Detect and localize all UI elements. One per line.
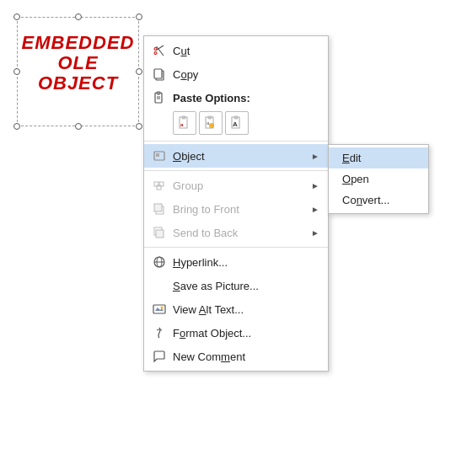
submenu-open[interactable]: Open xyxy=(329,168,428,190)
object-arrow: ► xyxy=(311,152,319,161)
context-menu: Cut Copy Paste Options: xyxy=(143,35,329,372)
handle-bl[interactable] xyxy=(13,123,20,130)
menu-item-copy[interactable]: Copy xyxy=(144,62,328,86)
alt-text-icon xyxy=(151,301,168,318)
submenu-edit[interactable]: Edit xyxy=(329,147,428,168)
svg-text:A: A xyxy=(233,120,238,128)
svg-rect-22 xyxy=(154,204,162,211)
separator-1 xyxy=(144,141,328,142)
menu-item-save-picture[interactable]: Save as Picture... xyxy=(144,274,328,297)
handle-br[interactable] xyxy=(136,123,142,130)
svg-point-29 xyxy=(161,307,164,309)
handle-tm[interactable] xyxy=(75,13,82,20)
submenu-convert[interactable]: Convert... xyxy=(329,190,428,211)
paste-icon-3[interactable]: A xyxy=(225,111,249,135)
menu-item-alt-text[interactable]: View Alt Text... xyxy=(144,297,328,321)
handle-bm[interactable] xyxy=(75,123,82,130)
paste-icon-menu xyxy=(151,89,168,106)
save-picture-icon xyxy=(151,277,168,294)
object-label: Object xyxy=(173,150,311,163)
group-arrow: ► xyxy=(311,181,319,190)
ole-text: EMBEDDED OLE OBJECT xyxy=(18,18,138,94)
svg-rect-3 xyxy=(157,92,160,94)
group-label: Group xyxy=(173,179,311,192)
canvas: EMBEDDED OLE OBJECT Cut xyxy=(0,0,456,476)
svg-rect-10 xyxy=(208,116,212,119)
handle-tr[interactable] xyxy=(136,13,142,20)
handle-tl[interactable] xyxy=(13,13,20,20)
format-object-icon xyxy=(151,324,168,341)
paste-icon-1[interactable]: a xyxy=(173,111,196,135)
svg-point-11 xyxy=(209,123,214,128)
send-back-icon xyxy=(151,224,168,241)
copy-label: Copy xyxy=(173,68,319,81)
cut-label: Cut xyxy=(173,45,319,57)
menu-item-new-comment[interactable]: New Comment xyxy=(144,345,328,368)
paste-options-label: Paste Options: xyxy=(173,92,319,104)
svg-rect-17 xyxy=(156,153,159,157)
menu-item-paste-options: Paste Options: xyxy=(144,86,328,110)
object-icon xyxy=(151,147,168,164)
object-submenu: Edit Open Convert... xyxy=(328,144,429,214)
bring-front-label: Bring to Front xyxy=(173,203,311,216)
scissors-icon xyxy=(151,42,168,59)
bring-front-arrow: ► xyxy=(311,205,319,214)
menu-item-bring-front[interactable]: Bring to Front ► xyxy=(144,197,328,221)
paste-options-row: a a A xyxy=(144,110,328,138)
svg-rect-1 xyxy=(154,69,162,78)
menu-item-object[interactable]: Object ► Edit Open Convert... xyxy=(144,144,328,168)
new-comment-label: New Comment xyxy=(173,350,319,363)
handle-mr[interactable] xyxy=(136,68,142,75)
alt-text-label: View Alt Text... xyxy=(173,303,319,316)
menu-item-cut[interactable]: Cut xyxy=(144,39,328,62)
ole-object[interactable]: EMBEDDED OLE OBJECT xyxy=(17,17,139,126)
separator-2 xyxy=(144,170,328,171)
paste-icon-2[interactable]: a xyxy=(199,111,223,135)
group-icon xyxy=(151,177,168,194)
save-picture-label: Save as Picture... xyxy=(173,280,319,292)
hyperlink-label: Hyperlink... xyxy=(173,256,319,269)
svg-rect-24 xyxy=(156,230,164,238)
svg-rect-7 xyxy=(182,116,185,119)
send-back-label: Send to Back xyxy=(173,227,311,239)
handle-ml[interactable] xyxy=(13,68,20,75)
send-back-arrow: ► xyxy=(311,228,319,238)
separator-3 xyxy=(144,247,328,248)
bring-front-icon xyxy=(151,201,168,217)
format-object-label: Format Object... xyxy=(173,327,319,340)
menu-item-group[interactable]: Group ► xyxy=(144,174,328,197)
copy-icon xyxy=(151,66,168,83)
menu-item-format-object[interactable]: Format Object... xyxy=(144,321,328,345)
svg-rect-14 xyxy=(234,116,238,119)
menu-item-send-back[interactable]: Send to Back ► xyxy=(144,221,328,244)
comment-icon xyxy=(151,348,168,365)
hyperlink-icon xyxy=(151,254,168,270)
menu-item-hyperlink[interactable]: Hyperlink... xyxy=(144,250,328,274)
